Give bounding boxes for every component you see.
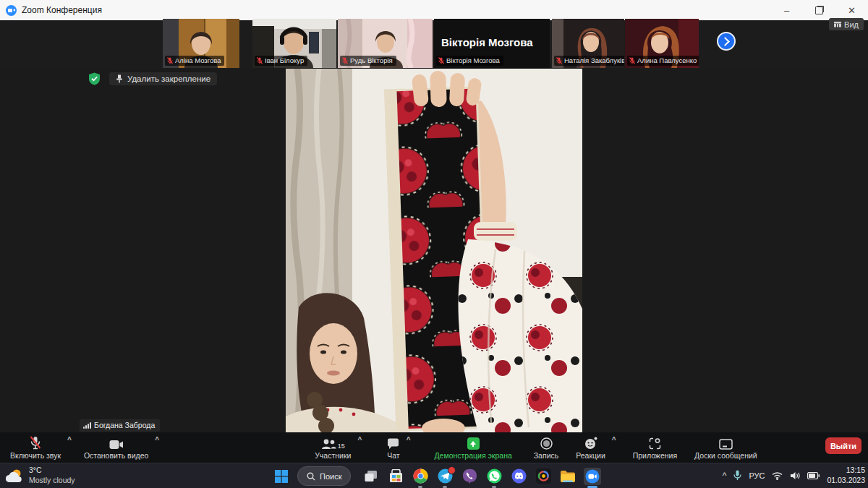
remove-pin-button[interactable]: Удалить закрепление [109,72,217,85]
participants-label: Участники [315,451,351,460]
muted-mic-icon [30,436,41,450]
participant-name: Вікторія Мозгова [446,56,500,64]
taskbar-center: Поиск [273,466,601,486]
search-icon [307,472,315,481]
minimize-button[interactable]: – [770,0,803,20]
minimize-icon: – [784,5,789,16]
participant-name-tag: Іван Білокур [255,56,307,66]
apps-button[interactable]: Приложения [630,432,680,463]
whiteboards-button[interactable]: Доски сообщений [692,432,760,463]
zoom-taskbar-icon [585,469,600,484]
view-button[interactable]: Вид [829,18,864,30]
restore-icon [815,7,823,14]
viber-button[interactable] [461,468,478,485]
leave-meeting-button[interactable]: Выйти [825,437,861,454]
muted-mic-icon [257,57,263,64]
participant-name-large: Вікторія Мозгова [441,36,533,48]
microsoft-store-button[interactable] [387,468,404,485]
hidden-icons-chevron[interactable]: ^ [723,471,727,481]
chrome-icon [413,468,428,484]
discord-icon [511,468,527,484]
participants-button[interactable]: 15 Участники [312,432,354,463]
participant-tile[interactable]: Іван Білокур [252,19,336,68]
mic-in-use-icon[interactable] [733,470,741,481]
wifi-icon[interactable] [772,471,783,480]
muted-mic-icon [438,57,444,64]
chat-options-chevron[interactable]: ^ [403,436,414,444]
running-indicator [443,486,447,488]
unmute-label: Включить звук [10,451,61,460]
video-options-chevron[interactable]: ^ [151,436,163,444]
participant-tile[interactable]: Аліна Мозгова [163,19,239,68]
running-indicator [587,486,597,488]
audio-level-icon [83,422,91,429]
record-icon [540,436,553,450]
battery-icon[interactable] [807,472,820,479]
participant-name-tag: Рудь Вікторія [340,56,396,66]
reactions-button[interactable]: Реакции [573,432,608,463]
volume-icon[interactable] [790,471,800,480]
participant-tile[interactable]: Наталія Закаблуківська [552,19,624,68]
participant-tile[interactable]: Рудь Вікторія [338,19,433,68]
record-label: Запись [534,451,558,460]
share-screen-label: Демонстрация экрана [434,451,511,460]
participant-name: Аліна Мозгова [175,56,221,64]
participants-strip: Аліна Мозгова Іван Білокур [0,20,868,69]
muted-mic-icon [556,57,562,64]
window-controls: – ✕ [770,0,868,20]
view-button-label: Вид [844,20,859,29]
photos-button[interactable] [535,468,552,485]
start-button[interactable] [273,468,290,485]
weather-temperature: 3°C [29,466,75,476]
window-titlebar: Zoom Конференция – ✕ [0,0,868,21]
mute-options-chevron[interactable]: ^ [64,436,75,444]
chrome-button[interactable] [412,468,429,485]
participant-tile[interactable]: Вікторія Мозгова Вікторія Мозгова [434,19,550,68]
taskbar-search[interactable]: Поиск [297,466,351,486]
running-indicator [418,486,422,488]
participant-name-tag: Вікторія Мозгова [436,56,503,66]
restore-button[interactable] [803,0,835,20]
discord-button[interactable] [510,468,527,485]
language-indicator[interactable]: РУС [749,471,765,480]
share-screen-button[interactable]: Демонстрация экрана [431,432,514,463]
weather-condition: Mostly cloudy [29,476,75,486]
apps-label: Приложения [633,451,677,460]
task-view-button[interactable] [362,468,380,485]
taskbar-weather-widget[interactable]: 3°C Mostly cloudy [4,466,75,485]
photos-icon [536,468,551,484]
chat-button[interactable]: Чат [384,432,402,463]
unmute-button[interactable]: Включить звук [7,432,64,463]
taskbar-clock[interactable]: 13:15 01.03.2023 [827,466,865,485]
next-page-button[interactable] [717,32,736,51]
window-title: Zoom Конференция [22,5,102,15]
participants-count-badge: 15 [338,442,345,450]
reactions-smiley-icon [584,436,597,450]
record-button[interactable]: Запись [531,432,561,463]
zoom-taskbar-button[interactable] [584,468,601,485]
whatsapp-button[interactable] [485,468,503,485]
notification-badge [448,466,456,474]
microsoft-store-icon [389,469,403,483]
share-screen-icon [467,436,480,450]
participant-tile[interactable]: Алина Павлусенко [625,19,699,68]
close-button[interactable]: ✕ [835,0,868,20]
pinned-main-video[interactable] [286,69,582,432]
pin-icon [116,74,123,83]
chat-label: Чат [387,451,399,460]
muted-mic-icon [629,57,635,64]
leave-meeting-label: Выйти [830,442,856,450]
participants-options-chevron[interactable]: ^ [354,436,365,444]
reactions-options-chevron[interactable]: ^ [608,436,620,444]
telegram-button[interactable] [436,468,454,485]
whiteboard-icon [719,436,733,450]
stop-video-button[interactable]: Остановить видео [81,432,151,463]
participant-name-tag: Алина Павлусенко [627,56,699,66]
whiteboards-label: Доски сообщений [694,451,757,460]
participant-name-tag: Аліна Мозгова [165,56,224,66]
viber-icon [462,468,477,484]
muted-mic-icon [167,57,173,64]
desktop: { "window": { "title": "Zoom Конференция… [0,0,868,488]
file-explorer-button[interactable] [559,468,576,485]
reactions-label: Реакции [576,451,605,460]
